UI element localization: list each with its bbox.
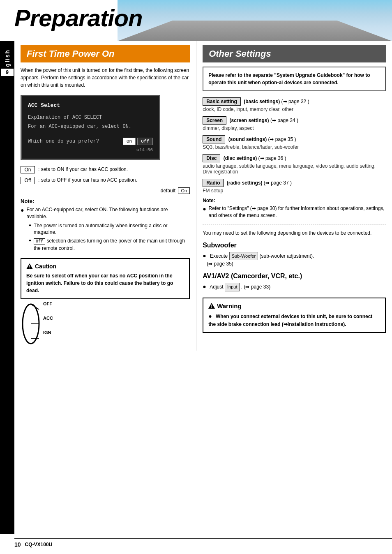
av1av2-text: Adjust: [210, 284, 223, 290]
on-row: On : sets to ON if your car has ACC posi…: [21, 166, 190, 173]
caution-box: ! Caution Be sure to select off when you…: [21, 258, 190, 299]
subwoofer-text2: (sub-woofer adjustment).: [259, 253, 314, 259]
screen-page: page 34: [277, 118, 295, 123]
sound-sub: SQ3, bass/treble, balance/fader, sub-woo…: [203, 144, 386, 150]
acc-screen-bottom: Which one do you prefer? On Off: [28, 138, 153, 145]
page-title: Preparation: [14, 4, 142, 32]
left-section-header: First Time Power On: [21, 45, 190, 62]
default-label: default:: [161, 188, 177, 194]
subwoofer-text: Execute: [210, 253, 228, 259]
note-right-item: ● Refer to "Settings" (➡ page 30) for fu…: [203, 205, 386, 219]
subwoofer-page: page 35: [214, 261, 231, 267]
subwoofer-bullet: ●: [203, 252, 206, 259]
sound-page: page 35: [275, 136, 293, 142]
footer: 10 CQ-VX100U: [14, 538, 392, 548]
settings-row-3: Disc (disc settings) (➡ page 36 ) audio …: [203, 154, 386, 175]
main-content: First Time Power On When the power of th…: [14, 41, 392, 351]
right-column: Other Settings Please refer to the separ…: [196, 41, 392, 351]
note-text-1: For an ACC-equipped car, select ON. The …: [26, 206, 190, 220]
av1av2-badge: Input: [225, 283, 240, 291]
language-sidebar: English: [0, 41, 14, 534]
subwoofer-title: Subwoofer: [203, 242, 386, 249]
info-box: Please refer to the separate "System Upg…: [203, 67, 386, 91]
sub-note-item-2: ● Off selection disables turning on the …: [29, 238, 190, 252]
footer-model: CQ-VX100U: [25, 542, 53, 547]
note-right-label: Note:: [203, 198, 386, 203]
warning-bullet: ●: [208, 313, 212, 319]
ignition-diagram: OFF ACC IGN: [21, 301, 53, 346]
basic-setting-sub: clock, ID code, input, memory clear, oth…: [203, 106, 386, 112]
page-number-box: 9: [0, 68, 14, 77]
acc-question: Which one do you prefer?: [28, 138, 99, 144]
svg-line-3: [31, 304, 39, 309]
svg-text:!: !: [29, 265, 30, 269]
on-badge: On: [21, 166, 35, 173]
sound-bold: (sound settings): [228, 136, 267, 142]
ign-ign-label: IGN: [43, 330, 51, 335]
disc-sub: audio language, subtitle language, menu …: [203, 163, 386, 175]
warning-triangle-icon: !: [26, 263, 33, 269]
sub-note-text-1: The power is turned on automatically whe…: [34, 222, 190, 236]
following-text: You may need to set the following depend…: [203, 229, 386, 237]
sub-bullet-2: ●: [29, 238, 31, 243]
default-value: On: [178, 187, 190, 194]
off-row: Off : sets to OFF if your car has no ACC…: [21, 177, 190, 184]
divider: [203, 224, 386, 224]
sub-note-item-1: ● The power is turned on automatically w…: [29, 222, 190, 236]
bullet-1: ●: [21, 206, 24, 215]
av1av2-item: ● Adjust Input . (➡ page 33): [203, 282, 386, 291]
acc-on-button[interactable]: On: [123, 138, 136, 145]
settings-row-1: Screen (screen settings) (➡ page 34 ) di…: [203, 116, 386, 131]
basic-setting-bold: (basic settings): [244, 99, 280, 104]
screen-sub: dimmer, display, aspect: [203, 125, 386, 131]
note-right: Note: ● Refer to "Settings" (➡ page 30) …: [203, 198, 386, 219]
warning-icon: !: [208, 303, 215, 309]
ign-off-label: OFF: [43, 301, 52, 306]
basic-setting-page: page 32: [288, 99, 306, 104]
settings-row-0: Basic setting (basic settings) (➡ page 3…: [203, 97, 386, 112]
subwoofer-item: ● Execute Sub-Woofer (sub-woofer adjustm…: [203, 252, 386, 268]
note-right-text: Refer to "Settings" (➡ page 30) for furt…: [209, 205, 386, 219]
caution-text: Be sure to select off when your car has …: [26, 272, 184, 294]
disc-page: page 36: [265, 155, 283, 161]
settings-row-4: Radio (radio settings) (➡ page 37 ) FM s…: [203, 179, 386, 194]
acc-screen-title: ACC Select: [28, 102, 153, 108]
av1av2-title: AV1/AV2 (Camcorder, VCR, etc.): [203, 272, 386, 280]
basic-setting-badge: Basic setting: [203, 97, 241, 106]
note-right-bullet: ●: [203, 205, 206, 213]
warning-title: ! Warning: [208, 302, 380, 309]
screen-badge: Screen: [203, 116, 226, 125]
screen-bold: (screen settings): [230, 118, 269, 123]
ignition-switch-diagram: [21, 301, 45, 346]
off-text: : sets to OFF if your car has no ACC pos…: [38, 177, 137, 184]
disc-badge: Disc: [203, 154, 220, 162]
disc-bold: (disc settings): [224, 155, 257, 161]
av1av2-bullet: ●: [203, 283, 206, 290]
note-item-1: ● For an ACC-equipped car, select ON. Th…: [21, 206, 190, 220]
svg-text:!: !: [211, 304, 212, 309]
default-row: default: On: [21, 187, 190, 194]
off-badge-small: Off: [34, 238, 45, 245]
sub-bullet-1: ●: [29, 222, 31, 228]
footer-page: 10: [14, 541, 21, 548]
acc-time: ⊙14:56: [28, 147, 153, 152]
caution-title: ! Caution: [26, 263, 184, 270]
radio-bold: (radio settings): [227, 180, 263, 186]
acc-off-button[interactable]: Off: [137, 138, 153, 145]
two-column-layout: First Time Power On When the power of th…: [14, 41, 392, 351]
warning-box: ! Warning ● When you connect external de…: [203, 298, 386, 333]
basic-setting-arrow: (➡: [281, 99, 288, 104]
off-badge: Off: [21, 177, 35, 184]
ign-acc-label: ACC: [43, 316, 53, 321]
sound-badge: Sound: [203, 135, 225, 143]
intro-text: When the power of this unit is turned on…: [21, 67, 190, 89]
header: Preparation: [0, 0, 392, 41]
note-section: Note: ● For an ACC-equipped car, select …: [21, 198, 190, 252]
acc-screen-line2: For an ACC-equipped car, select ON.: [28, 124, 153, 129]
note-label: Note:: [21, 198, 190, 204]
acc-screen-line1: Explanation of ACC SELECT: [28, 115, 153, 120]
acc-buttons: On Off: [123, 138, 153, 145]
left-column: First Time Power On When the power of th…: [14, 41, 196, 351]
av1av2-text2: . (➡ page 33): [241, 284, 270, 290]
on-text: : sets to ON if your car has ACC positio…: [38, 166, 128, 173]
